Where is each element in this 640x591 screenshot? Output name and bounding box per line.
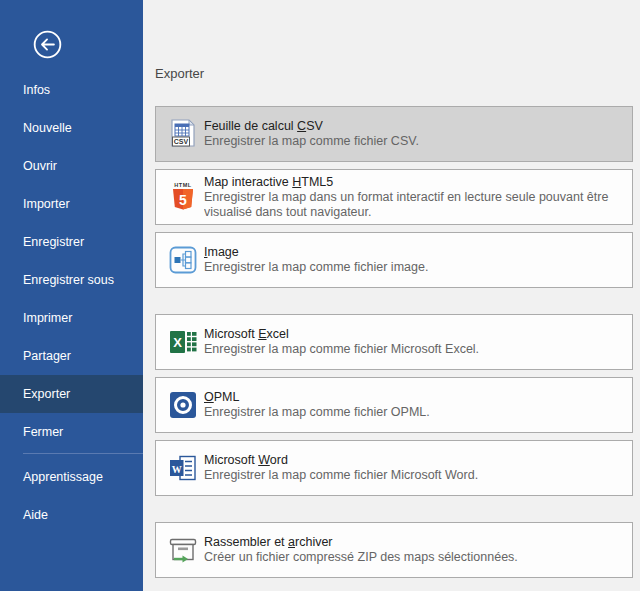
export-option-text: OPML Enregistrer la map comme fichier OP… [204,390,430,420]
svg-text:HTML: HTML [174,182,191,188]
sidebar-item-nouvelle[interactable]: Nouvelle [0,109,143,147]
export-page: Exporter CSV Feuille de calcul CSV Enreg… [143,0,640,591]
opml-icon [166,388,200,422]
sidebar-item-partager[interactable]: Partager [0,337,143,375]
word-icon: W [166,451,200,485]
export-option-excel[interactable]: X Microsoft Excel Enregistrer la map com… [155,314,633,370]
export-option-title: Image [204,245,428,260]
svg-text:CSV: CSV [174,138,189,145]
export-option-description: Créer un fichier compressé ZIP des maps … [204,550,518,565]
svg-text:X: X [173,335,182,350]
html5-icon: HTML 5 [166,180,200,214]
export-option-pack-and-go[interactable]: Rassembler et archiver Créer un fichier … [155,522,633,578]
sidebar-item-infos[interactable]: Infos [0,71,143,109]
export-option-description: Enregistrer la map comme fichier Microso… [204,342,479,357]
export-option-description: Enregistrer la map comme fichier OPML. [204,405,430,420]
sidebar-item-aide[interactable]: Aide [0,496,143,534]
export-option-text: Microsoft Word Enregistrer la map comme … [204,453,478,483]
excel-icon: X [166,325,200,359]
export-option-html5[interactable]: HTML 5 Map interactive HTML5 Enregistrer… [155,169,633,225]
sidebar-item-exporter[interactable]: Exporter [0,375,143,413]
export-option-description: Enregistrer la map comme fichier Microso… [204,468,478,483]
export-option-opml[interactable]: OPML Enregistrer la map comme fichier OP… [155,377,633,433]
sidebar-item-apprentissage[interactable]: Apprentissage [0,458,143,496]
export-option-description: Enregistrer la map comme fichier CSV. [204,134,419,149]
export-option-text: Image Enregistrer la map comme fichier i… [204,245,428,275]
export-option-word[interactable]: W Microsoft Word Enregistrer la map comm… [155,440,633,496]
sidebar-item-importer[interactable]: Importer [0,185,143,223]
image-export-icon [166,243,200,277]
export-option-text: Rassembler et archiver Créer un fichier … [204,535,518,565]
sidebar-item-ouvrir[interactable]: Ouvrir [0,147,143,185]
svg-text:W: W [172,464,182,475]
export-option-title: Microsoft Word [204,453,478,468]
export-option-title: Microsoft Excel [204,327,479,342]
sidebar-item-enregistrer[interactable]: Enregistrer [0,223,143,261]
export-option-text: Microsoft Excel Enregistrer la map comme… [204,327,479,357]
csv-spreadsheet-icon: CSV [166,117,200,151]
export-option-text: Feuille de calcul CSV Enregistrer la map… [204,119,419,149]
export-option-title: Feuille de calcul CSV [204,119,419,134]
export-option-description: Enregistrer la map dans un format intera… [204,190,632,220]
export-option-title: OPML [204,390,430,405]
back-button-area [0,0,143,71]
sidebar-item-fermer[interactable]: Fermer [0,413,143,451]
back-arrow-icon[interactable] [31,28,64,61]
sidebar-item-enregistrer-sous[interactable]: Enregistrer sous [0,261,143,299]
archive-icon [166,533,200,567]
export-option-title: Map interactive HTML5 [204,175,632,190]
sidebar-item-imprimer[interactable]: Imprimer [0,299,143,337]
page-title: Exporter [155,66,633,81]
backstage-sidebar: Infos Nouvelle Ouvrir Importer Enregistr… [0,0,143,591]
export-option-description: Enregistrer la map comme fichier image. [204,260,428,275]
sidebar-divider [23,453,143,454]
export-option-title: Rassembler et archiver [204,535,518,550]
export-option-csv[interactable]: CSV Feuille de calcul CSV Enregistrer la… [155,106,633,162]
svg-text:5: 5 [179,192,187,208]
export-option-text: Map interactive HTML5 Enregistrer la map… [204,175,632,220]
export-option-image[interactable]: Image Enregistrer la map comme fichier i… [155,232,633,288]
